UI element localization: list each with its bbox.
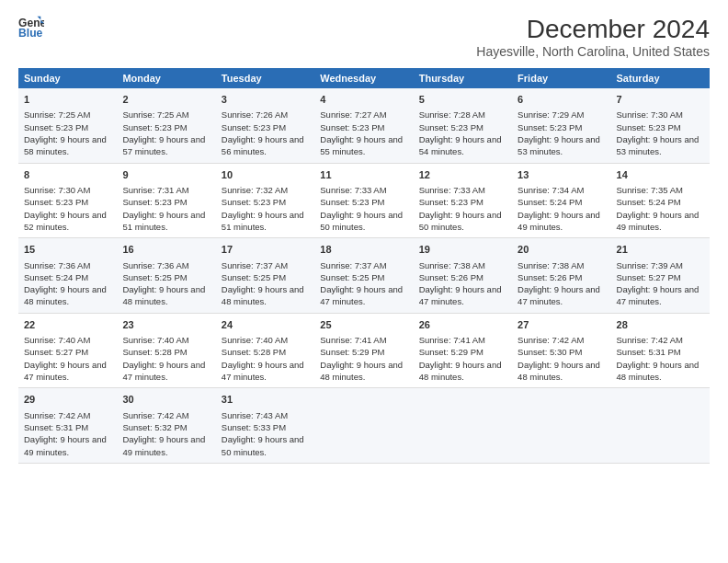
daylight-label: Daylight: 9 hours and 48 minutes. [419,360,502,382]
daylight-label: Daylight: 9 hours and 53 minutes. [518,134,600,156]
sunset-label: Sunset: 5:33 PM [222,422,286,432]
calendar-cell: 17Sunrise: 7:37 AMSunset: 5:25 PMDayligh… [216,238,314,314]
sunrise-label: Sunrise: 7:33 AM [320,185,386,195]
sunset-label: Sunset: 5:29 PM [419,347,483,357]
sunset-label: Sunset: 5:23 PM [419,122,483,132]
sunrise-label: Sunrise: 7:38 AM [518,260,584,270]
sunset-label: Sunset: 5:28 PM [122,347,187,357]
daylight-label: Daylight: 9 hours and 48 minutes. [518,360,600,382]
day-number: 9 [122,168,210,182]
sunrise-label: Sunrise: 7:42 AM [518,335,584,345]
calendar-cell: 28Sunrise: 7:42 AMSunset: 5:31 PMDayligh… [611,313,710,388]
day-number: 29 [24,393,111,407]
daylight-label: Daylight: 9 hours and 47 minutes. [222,360,304,382]
day-number: 26 [419,318,506,332]
sunset-label: Sunset: 5:23 PM [122,197,187,207]
calendar-cell [611,388,710,464]
sunrise-label: Sunrise: 7:40 AM [222,335,288,345]
calendar-cell: 30Sunrise: 7:42 AMSunset: 5:32 PMDayligh… [117,388,215,464]
daylight-label: Daylight: 9 hours and 52 minutes. [24,210,107,232]
day-number: 23 [122,318,210,332]
daylight-label: Daylight: 9 hours and 49 minutes. [24,434,107,456]
sunset-label: Sunset: 5:23 PM [222,122,286,132]
calendar-cell: 11Sunrise: 7:33 AMSunset: 5:23 PMDayligh… [314,163,413,238]
svg-text:Blue: Blue [18,27,43,40]
col-header-monday: Monday [117,68,215,88]
sunrise-label: Sunrise: 7:28 AM [419,109,485,120]
sunset-label: Sunset: 5:23 PM [24,197,88,207]
day-number: 24 [222,318,309,332]
sunset-label: Sunset: 5:26 PM [518,272,582,282]
calendar-cell: 21Sunrise: 7:39 AMSunset: 5:27 PMDayligh… [611,238,710,314]
day-number: 21 [617,243,704,257]
day-number: 14 [617,168,704,182]
sunset-label: Sunset: 5:24 PM [617,197,681,207]
sunset-label: Sunset: 5:27 PM [617,272,681,282]
daylight-label: Daylight: 9 hours and 54 minutes. [419,134,502,156]
calendar-cell: 14Sunrise: 7:35 AMSunset: 5:24 PMDayligh… [611,163,710,238]
sunrise-label: Sunrise: 7:43 AM [222,410,288,420]
sunset-label: Sunset: 5:29 PM [320,347,384,357]
sunrise-label: Sunrise: 7:41 AM [320,335,386,345]
sunset-label: Sunset: 5:23 PM [122,122,187,132]
daylight-label: Daylight: 9 hours and 48 minutes. [617,360,700,382]
daylight-label: Daylight: 9 hours and 55 minutes. [320,134,403,156]
daylight-label: Daylight: 9 hours and 47 minutes. [24,360,107,382]
sunset-label: Sunset: 5:23 PM [24,122,88,132]
calendar-cell: 26Sunrise: 7:41 AMSunset: 5:29 PMDayligh… [414,313,512,388]
day-number: 16 [122,243,210,257]
sunset-label: Sunset: 5:25 PM [320,272,384,282]
sunset-label: Sunset: 5:25 PM [222,272,286,282]
day-number: 13 [518,168,605,182]
calendar-cell: 5Sunrise: 7:28 AMSunset: 5:23 PMDaylight… [414,88,512,163]
sunrise-label: Sunrise: 7:32 AM [222,185,288,195]
calendar-cell: 15Sunrise: 7:36 AMSunset: 5:24 PMDayligh… [18,238,117,314]
sunrise-label: Sunrise: 7:30 AM [24,185,90,195]
calendar-cell: 13Sunrise: 7:34 AMSunset: 5:24 PMDayligh… [512,163,610,238]
sunrise-label: Sunrise: 7:36 AM [24,260,90,270]
calendar-cell [314,388,413,464]
day-number: 31 [222,393,309,407]
day-number: 2 [122,93,210,107]
daylight-label: Daylight: 9 hours and 53 minutes. [617,134,700,156]
sunset-label: Sunset: 5:23 PM [617,122,681,132]
sunrise-label: Sunrise: 7:33 AM [419,185,485,195]
calendar-cell: 23Sunrise: 7:40 AMSunset: 5:28 PMDayligh… [117,313,215,388]
day-number: 28 [617,318,704,332]
sunrise-label: Sunrise: 7:40 AM [24,335,90,345]
sunset-label: Sunset: 5:27 PM [24,347,88,357]
sunset-label: Sunset: 5:23 PM [320,122,384,132]
day-number: 7 [617,93,704,107]
subtitle: Hayesville, North Carolina, United State… [476,44,710,59]
calendar-cell: 3Sunrise: 7:26 AMSunset: 5:23 PMDaylight… [216,88,314,163]
sunset-label: Sunset: 5:24 PM [24,272,88,282]
daylight-label: Daylight: 9 hours and 47 minutes. [122,360,205,382]
daylight-label: Daylight: 9 hours and 49 minutes. [122,434,205,456]
sunrise-label: Sunrise: 7:40 AM [122,335,188,345]
daylight-label: Daylight: 9 hours and 47 minutes. [320,284,403,306]
sunrise-label: Sunrise: 7:36 AM [122,260,188,270]
sunset-label: Sunset: 5:26 PM [419,272,483,282]
sunrise-label: Sunrise: 7:29 AM [518,109,584,120]
daylight-label: Daylight: 9 hours and 50 minutes. [320,210,403,232]
day-number: 25 [320,318,407,332]
day-number: 19 [419,243,506,257]
daylight-label: Daylight: 9 hours and 51 minutes. [222,210,304,232]
daylight-label: Daylight: 9 hours and 56 minutes. [222,134,304,156]
day-number: 12 [419,168,506,182]
calendar-cell: 10Sunrise: 7:32 AMSunset: 5:23 PMDayligh… [216,163,314,238]
daylight-label: Daylight: 9 hours and 47 minutes. [419,284,502,306]
day-number: 18 [320,243,407,257]
calendar-cell: 8Sunrise: 7:30 AMSunset: 5:23 PMDaylight… [18,163,117,238]
sunrise-label: Sunrise: 7:37 AM [320,260,386,270]
calendar-cell: 1Sunrise: 7:25 AMSunset: 5:23 PMDaylight… [18,88,117,163]
main-title: December 2024 [476,15,710,44]
sunset-label: Sunset: 5:28 PM [222,347,286,357]
logo-icon: General Blue [18,15,44,40]
sunrise-label: Sunrise: 7:39 AM [617,260,683,270]
sunrise-label: Sunrise: 7:42 AM [617,335,683,345]
day-number: 11 [320,168,407,182]
daylight-label: Daylight: 9 hours and 58 minutes. [24,134,107,156]
col-header-tuesday: Tuesday [216,68,314,88]
sunrise-label: Sunrise: 7:25 AM [24,109,90,120]
